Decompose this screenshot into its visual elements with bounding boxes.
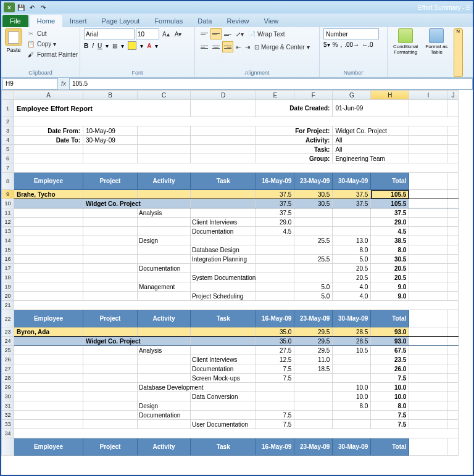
row-16[interactable]: 16 [2, 255, 14, 264]
tab-insert[interactable]: Insert [62, 15, 94, 27]
row-6[interactable]: 6 [2, 154, 14, 163]
col-A[interactable]: A [14, 91, 83, 100]
increase-indent-button[interactable]: ⇥ [243, 41, 252, 52]
column-header-row: A B C D E F G H I J [2, 91, 459, 100]
comma-button[interactable]: , [340, 41, 342, 48]
row-24[interactable]: 24 [2, 337, 14, 346]
copy-button[interactable]: 📋Copy ▾ [25, 39, 80, 49]
row-4[interactable]: 4 [2, 136, 14, 145]
worksheet[interactable]: A B C D E F G H I J 1Employee Effort Rep… [1, 90, 473, 464]
format-as-table-button[interactable]: Format as Table [422, 28, 451, 77]
employee-row: 9 Brahe, Tycho 37.530.537.5 105.5 [2, 190, 459, 199]
grow-font-button[interactable]: A▴ [160, 28, 172, 39]
row-19[interactable]: 19 [2, 282, 14, 292]
row-21[interactable]: 21 [2, 301, 14, 310]
row-8[interactable]: 8 [2, 173, 14, 190]
row-25[interactable]: 25 [2, 346, 14, 355]
col-G[interactable]: G [333, 91, 371, 100]
row-33[interactable]: 33 [2, 420, 14, 429]
row-15[interactable]: 15 [2, 245, 14, 255]
underline-button[interactable]: U [98, 43, 102, 49]
tab-formulas[interactable]: Formulas [147, 15, 190, 27]
align-bottom-button[interactable] [222, 28, 233, 39]
fx-icon[interactable]: fx [58, 80, 69, 87]
wrap-text-button[interactable]: 📄 Wrap Text [246, 28, 287, 39]
format-painter-button[interactable]: 🖌Format Painter [25, 49, 80, 59]
decrease-indent-button[interactable]: ⇤ [234, 41, 243, 52]
row-31[interactable]: 31 [2, 401, 14, 411]
row-2[interactable]: 2 [2, 117, 14, 126]
redo-icon[interactable]: ↷ [38, 2, 48, 12]
fill-color-button[interactable] [128, 41, 136, 50]
border-button[interactable]: ⊞ [112, 43, 117, 49]
align-right-button[interactable] [222, 41, 233, 52]
row-14[interactable]: 14 [2, 236, 14, 245]
tab-view[interactable]: View [257, 15, 286, 27]
row-30[interactable]: 30 [2, 392, 14, 401]
cut-button[interactable]: ✂Cut [25, 28, 80, 38]
number-label: Number [320, 70, 387, 76]
col-E[interactable]: E [256, 91, 294, 100]
font-size-select[interactable] [136, 28, 159, 39]
cell-styles-button[interactable]: N [454, 28, 463, 77]
number-format-select[interactable] [323, 28, 379, 39]
font-family-select[interactable] [84, 28, 135, 39]
row-5[interactable]: 5 [2, 145, 14, 154]
hdr-project: Project [83, 173, 138, 190]
save-icon[interactable]: 💾 [16, 2, 26, 12]
tab-home[interactable]: Home [30, 15, 62, 27]
row-27[interactable]: 27 [2, 364, 14, 374]
row-18[interactable]: 18 [2, 273, 14, 282]
bold-button[interactable]: B [84, 43, 88, 49]
cell-H9[interactable]: 105.5 [371, 190, 409, 199]
row-20[interactable]: 20 [2, 292, 14, 301]
row-1[interactable]: 1 [2, 100, 14, 117]
task: All [333, 145, 409, 154]
orientation-button[interactable]: ⤢▾ [234, 28, 246, 39]
row-12[interactable]: 12 [2, 218, 14, 227]
row-11[interactable]: 11 [2, 208, 14, 218]
font-color-button[interactable]: A [147, 43, 151, 49]
row-29[interactable]: 29 [2, 383, 14, 392]
row-9[interactable]: 9 [2, 190, 14, 199]
row-26[interactable]: 26 [2, 355, 14, 364]
decrease-decimal-button[interactable]: ←.0 [362, 41, 373, 48]
align-middle-button[interactable] [210, 28, 222, 39]
col-I[interactable]: I [409, 91, 447, 100]
name-box[interactable] [2, 78, 58, 89]
row-34[interactable]: 34 [2, 429, 14, 438]
row-22[interactable]: 22 [2, 310, 14, 327]
select-all-corner[interactable] [2, 91, 14, 100]
align-center-button[interactable] [210, 41, 222, 52]
row-17[interactable]: 17 [2, 264, 14, 273]
shrink-font-button[interactable]: A▾ [173, 28, 184, 39]
undo-icon[interactable]: ↶ [27, 2, 37, 12]
currency-button[interactable]: $▾ [323, 41, 330, 48]
col-J[interactable]: J [447, 91, 459, 100]
col-D[interactable]: D [191, 91, 256, 100]
row-3[interactable]: 3 [2, 126, 14, 136]
row-13[interactable]: 13 [2, 227, 14, 236]
col-C[interactable]: C [138, 91, 191, 100]
merge-center-button[interactable]: ⊡ Merge & Center ▾ [252, 41, 312, 52]
col-B[interactable]: B [83, 91, 138, 100]
formula-bar[interactable] [69, 78, 473, 89]
row-28[interactable]: 28 [2, 374, 14, 383]
percent-button[interactable]: % [333, 41, 338, 48]
col-H[interactable]: H [371, 91, 409, 100]
row-23[interactable]: 23 [2, 327, 14, 337]
row-10[interactable]: 10 [2, 199, 14, 208]
align-top-button[interactable] [199, 28, 210, 39]
conditional-formatting-button[interactable]: Conditional Formatting [391, 28, 420, 77]
align-left-button[interactable] [199, 41, 210, 52]
italic-button[interactable]: I [92, 43, 94, 49]
increase-decimal-button[interactable]: .00→ [344, 41, 359, 48]
tab-file[interactable]: File [2, 15, 28, 27]
tab-data[interactable]: Data [190, 15, 219, 27]
col-F[interactable]: F [294, 91, 333, 100]
row-7[interactable]: 7 [2, 163, 14, 173]
excel-icon: X [4, 2, 15, 12]
tab-page-layout[interactable]: Page Layout [94, 15, 148, 27]
tab-review[interactable]: Review [219, 15, 256, 27]
row-32[interactable]: 32 [2, 411, 14, 420]
